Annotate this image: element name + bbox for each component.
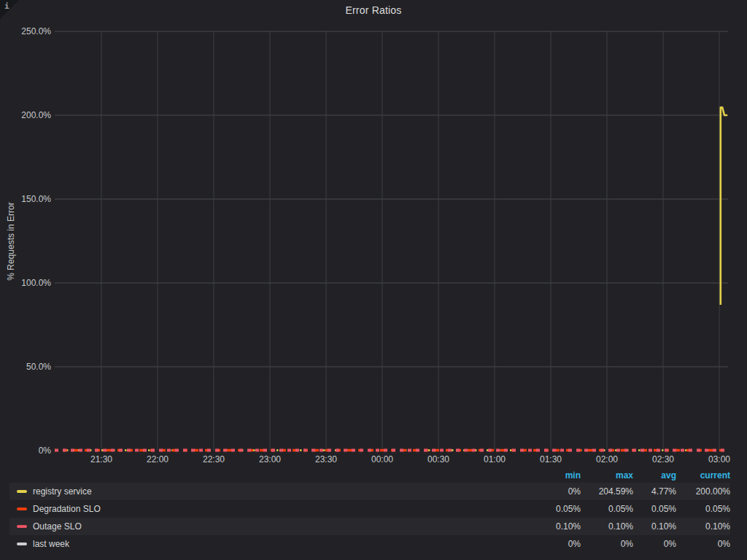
x-tick-label: 01:30: [527, 454, 574, 464]
x-tick-label: 02:30: [640, 454, 686, 464]
x-tick-label: 01:00: [471, 454, 518, 464]
legend-series-name[interactable]: Outage SLO: [33, 521, 82, 532]
legend-label-cell: Outage SLO: [9, 521, 522, 532]
x-tick-label: 03:00: [696, 454, 743, 464]
legend-row-outage-slo: Outage SLO0.10%0.10%0.10%0.10%: [9, 518, 730, 535]
legend-value-max: 0%: [581, 539, 633, 549]
legend-value-avg: 0%: [633, 539, 676, 549]
error-ratios-panel: i Error Ratios % Requests in Error 250.0…: [0, 0, 747, 560]
legend-header-current[interactable]: current: [676, 470, 730, 481]
legend-value-max: 0.05%: [581, 504, 633, 514]
series-registry-service-spike: [721, 107, 727, 305]
legend-series-name[interactable]: registry service: [33, 486, 92, 497]
legend-value-min: 0%: [522, 539, 581, 549]
legend-swatch-degradation-slo: [17, 508, 27, 510]
y-tick-label: 200.0%: [7, 110, 51, 120]
legend-value-current: 200.00%: [676, 486, 730, 497]
legend-value-avg: 4.77%: [633, 486, 676, 497]
x-tick-label: 22:30: [190, 454, 237, 464]
legend-value-min: 0.10%: [522, 521, 581, 532]
legend-header-max[interactable]: max: [581, 470, 633, 481]
legend-value-max: 204.59%: [581, 486, 633, 497]
y-tick-label: 0%: [7, 446, 51, 456]
legend-value-min: 0%: [522, 486, 581, 497]
y-tick-label: 100.0%: [7, 278, 51, 288]
legend-swatch-outage-slo: [17, 525, 27, 528]
legend-header-min[interactable]: min: [522, 470, 581, 481]
x-tick-label: 22:00: [134, 454, 181, 464]
y-tick-label: 150.0%: [7, 194, 51, 204]
legend-swatch-last-week: [17, 542, 27, 545]
legend-label-cell: registry service: [9, 486, 522, 497]
legend-header-avg[interactable]: avg: [633, 470, 676, 481]
legend-row-degradation-slo: Degradation SLO0.05%0.05%0.05%0.05%: [9, 500, 730, 518]
legend-value-min: 0.05%: [522, 504, 581, 514]
legend-label-cell: last week: [9, 539, 522, 549]
legend-value-current: 0.10%: [676, 521, 730, 532]
legend-series-name[interactable]: Degradation SLO: [33, 504, 101, 514]
gridlines: [55, 31, 728, 451]
legend-table: minmaxavgcurrentregistry service0%204.59…: [9, 470, 730, 553]
x-tick-label: 00:30: [415, 454, 462, 464]
legend-row-registry-service: registry service0%204.59%4.77%200.00%: [9, 483, 730, 500]
legend-series-name[interactable]: last week: [33, 539, 69, 549]
legend-value-current: 0.05%: [676, 504, 730, 514]
legend-value-avg: 0.05%: [633, 504, 676, 514]
y-tick-label: 50.0%: [7, 362, 51, 372]
x-tick-label: 00:00: [359, 454, 406, 464]
x-tick-label: 21:30: [78, 454, 125, 464]
legend-swatch-registry-service: [17, 490, 27, 493]
y-tick-label: 250.0%: [7, 26, 51, 36]
legend-value-max: 0.10%: [581, 521, 633, 532]
x-tick-label: 23:00: [247, 454, 293, 464]
chart-canvas[interactable]: [0, 0, 747, 468]
x-tick-label: 23:30: [303, 454, 349, 464]
x-tick-label: 02:00: [584, 454, 630, 464]
legend-row-last-week: last week0%0%0%0%: [9, 535, 730, 553]
legend-label-cell: Degradation SLO: [9, 504, 522, 514]
legend-header-row: minmaxavgcurrent: [9, 470, 730, 481]
legend-value-avg: 0.10%: [633, 521, 676, 532]
legend-value-current: 0%: [676, 539, 730, 549]
